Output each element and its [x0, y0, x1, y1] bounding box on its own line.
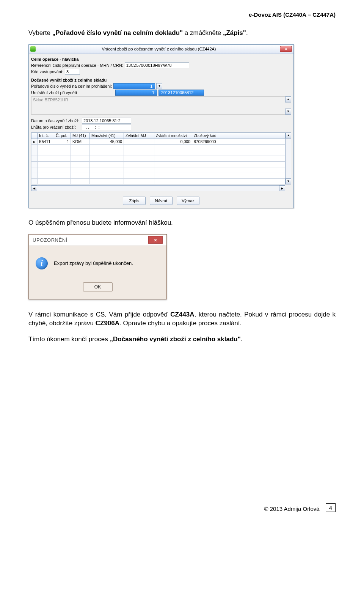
grid-vertical-scrollbar[interactable]: ▲ ▼ — [285, 132, 291, 184]
table-row[interactable] — [31, 156, 291, 161]
ref-input[interactable] — [125, 62, 189, 68]
lhuta-label: Lhůta pro vrácení zboží: — [31, 125, 80, 129]
grid-head-cpol: Č. pol. — [54, 132, 71, 139]
cell-mj: KGM — [71, 139, 90, 144]
grid-head-kod: Zbožový kód — [192, 132, 291, 139]
copyright: © 2013 Admija Orlová — [264, 506, 320, 512]
datum-label: Datum a čas vynětí zboží: — [31, 118, 80, 123]
grid-head-mj: MJ (41) — [71, 132, 90, 139]
p4-post: . — [241, 336, 243, 343]
porad-label: Pořadové číslo vynětí na celním prohláše… — [31, 84, 112, 88]
cell-zvlmnoz: 0,000 — [154, 139, 192, 144]
p1-mid: a zmáčkněte — [183, 29, 223, 36]
cell-zvlmj — [124, 139, 154, 144]
lhuta-input[interactable] — [82, 124, 131, 130]
dialog-titlebar: UPOZORNĚNÍ × — [29, 235, 166, 246]
paragraph-3: V rámci komunikace s CS, Vám přijde odpo… — [28, 310, 336, 328]
paragraph-4: Tímto úkonem končí proces „Dočasného vyn… — [28, 335, 336, 344]
cell-kod: 8708299000 — [192, 139, 291, 144]
scroll-left-icon[interactable]: ◀ — [31, 186, 37, 191]
kod-input[interactable] — [65, 69, 80, 75]
close-icon[interactable]: × — [148, 236, 163, 244]
grid-head-blank — [31, 132, 38, 139]
app-icon — [30, 46, 36, 52]
porad-field[interactable]: 1 — [113, 83, 155, 89]
scroll-right-icon[interactable]: ▶ — [279, 186, 285, 191]
row-marker: ▸ — [31, 139, 38, 144]
grid-wrap: Int. č. Č. pol. MJ (41) Množství (41) Zv… — [31, 132, 291, 191]
umist-code-field[interactable]: 20131210065812 — [158, 90, 204, 96]
p3-post: . Opravte chybu a opakujte proces zaslán… — [119, 320, 242, 327]
button-bar: Zápis Návrat Výmaz — [31, 197, 291, 205]
page-number: 4 — [326, 503, 336, 512]
kod-label: Kód zastupování: — [31, 69, 63, 74]
table-row[interactable] — [31, 161, 291, 167]
scroll-up-icon[interactable]: ▲ — [285, 96, 291, 102]
table-row[interactable] — [31, 150, 291, 156]
dialog-message: Export zprávy byl úspěšně ukončen. — [54, 260, 133, 266]
grid-horizontal-scrollbar[interactable]: ◀ ▶ — [31, 185, 285, 191]
table-row[interactable]: ▸ K5411 1 KGM 45,000 0,000 8708299000 — [31, 139, 291, 144]
zapis-button[interactable]: Zápis — [123, 197, 146, 205]
doc-header: e-Dovoz AIS (CZ440A – CZ447A) — [28, 11, 336, 18]
p4-pre: Tímto úkonem končí proces — [28, 336, 110, 343]
scroll-down-icon[interactable]: ▼ — [286, 178, 291, 184]
navrat-button[interactable]: Návrat — [150, 197, 173, 205]
p1-bold1: „Pořadové číslo vynětí na celním dokladu… — [52, 29, 183, 36]
umist-label: Umístění zboží při vynětí — [31, 90, 114, 95]
scroll-down-icon[interactable]: ▼ — [285, 109, 291, 115]
p1-prefix: Vyberte — [28, 29, 52, 36]
ref-label: Referenční číslo přepravní operace - MRN… — [31, 63, 123, 68]
sklad-text: Sklad BZR8521HR — [33, 98, 289, 102]
cell-mnozstvi: 45,000 — [90, 139, 124, 144]
vymaz-button[interactable]: Výmaz — [177, 197, 199, 205]
table-row[interactable] — [31, 167, 291, 173]
datum-input[interactable] — [82, 118, 131, 124]
titlebar: Vrácení zboží po dočasném vynětí z celní… — [29, 45, 293, 54]
close-icon[interactable]: ✕ — [280, 46, 292, 52]
paragraph-2: O úspěšném přenosu budete informování hl… — [28, 218, 336, 227]
table-row[interactable] — [31, 178, 291, 184]
scroll-up-icon[interactable]: ▲ — [286, 132, 291, 139]
dialog-title: UPOZORNĚNÍ — [33, 237, 148, 243]
p1-bold2: „Zápis" — [223, 29, 246, 36]
grid-head-intc: Int. č. — [38, 132, 54, 139]
grid-head-zvlmnoz: Zvláštní množství — [154, 132, 192, 139]
umist-num-field[interactable]: 1 — [115, 90, 157, 96]
items-grid[interactable]: Int. č. Č. pol. MJ (41) Množství (41) Zv… — [31, 132, 291, 184]
ok-button[interactable]: OK — [83, 282, 113, 291]
table-row[interactable] — [31, 144, 291, 150]
p3-pre: V rámci komunikace s CS, Vám přijde odpo… — [28, 311, 170, 318]
grid-head-mnozstvi: Množství (41) — [90, 132, 124, 139]
p3-b2: CZ906A — [96, 320, 119, 327]
p1-suffix: . — [246, 29, 248, 36]
sklad-readonly: Sklad BZR8521HR — [31, 96, 291, 115]
window-title: Vrácení zboží po dočasném vynětí z celní… — [38, 47, 280, 51]
p4-bold: „Dočasného vynětí zboží z celního skladu… — [110, 336, 240, 343]
page-footer: © 2013 Admija Orlová 4 — [28, 503, 336, 512]
section-celni-operace: Celní operace - hlavička — [31, 57, 291, 61]
p3-b1: CZ443A — [170, 311, 194, 318]
section-docasne-vyneti: Dočasné vynětí zboží z celního skladu — [31, 78, 291, 82]
dialog-upozorneni: UPOZORNĚNÍ × i Export zprávy byl úspěšně… — [28, 234, 167, 299]
cell-intc: K5411 — [38, 139, 54, 144]
cell-cpol: 1 — [54, 139, 71, 144]
table-row[interactable] — [31, 173, 291, 178]
paragraph-1: Vyberte „Pořadové číslo vynětí na celním… — [28, 28, 336, 38]
window-vraceni-zbozi: Vrácení zboží po dočasném vynětí z celní… — [28, 44, 294, 208]
chevron-down-icon[interactable]: ▼ — [156, 83, 162, 89]
grid-head-zvlmj: Zvláštní MJ — [124, 132, 154, 139]
info-icon: i — [36, 257, 48, 269]
